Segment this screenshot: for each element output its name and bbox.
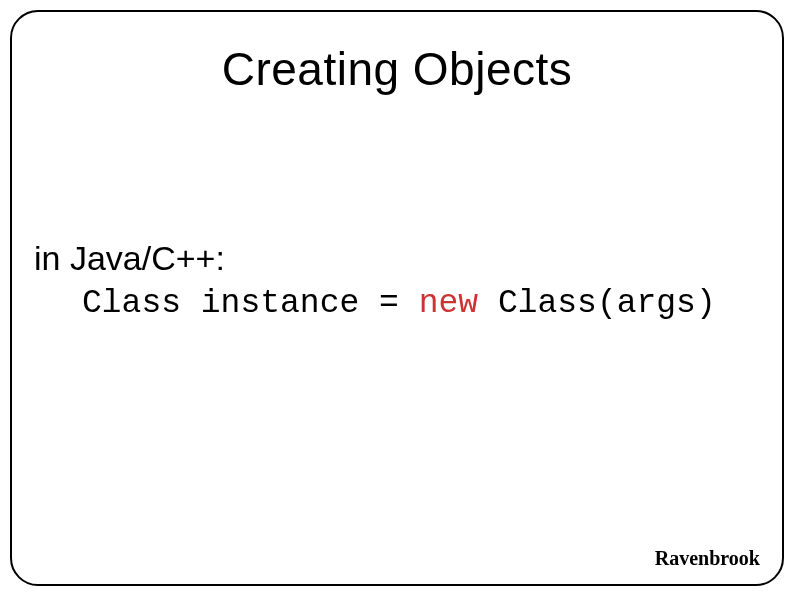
code-example: Class instance = new Class(args) xyxy=(34,282,762,327)
slide-frame: Creating Objects in Java/C++: Class inst… xyxy=(10,10,784,586)
footer-brand: Ravenbrook xyxy=(655,547,760,570)
code-keyword-new: new xyxy=(419,285,478,322)
code-part1: Class instance = xyxy=(82,285,419,322)
code-part2: Class(args) xyxy=(478,285,716,322)
intro-text: in Java/C++: xyxy=(34,236,762,282)
slide-title: Creating Objects xyxy=(32,42,762,96)
slide-content: in Java/C++: Class instance = new Class(… xyxy=(32,236,762,326)
